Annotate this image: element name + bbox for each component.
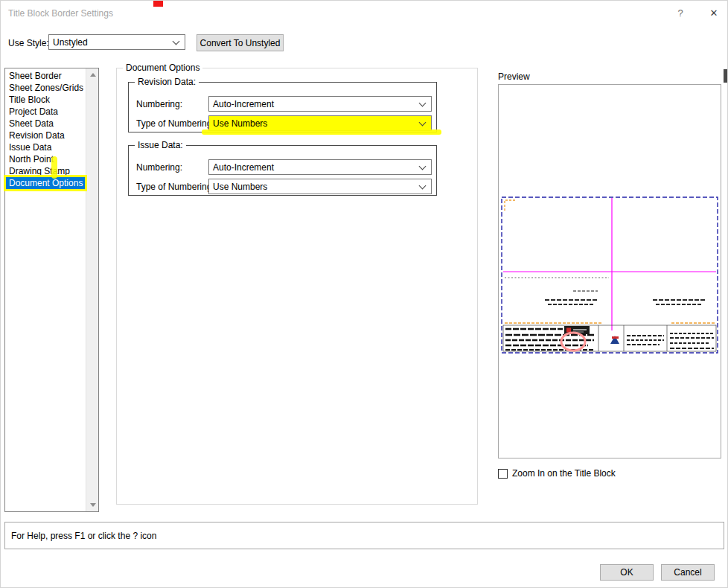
ok-button[interactable]: OK [600,564,654,581]
convert-to-unstyled-button[interactable]: Convert To Unstyled [197,34,284,51]
sidebar-item-revision-data[interactable]: Revision Data [6,130,85,141]
title-block-border-settings-dialog: Title Block Border Settings ? ✕ Use Styl… [0,0,728,588]
issue-numbering-value: Auto-Increment [213,162,274,173]
issue-data-group-title: Issue Data: [135,140,186,150]
revision-data-group-title: Revision Data: [135,77,199,87]
sidebar-item-title-block[interactable]: Title Block [6,94,85,106]
triangle-down-icon [90,503,96,507]
sidebar-item-project-data[interactable]: Project Data [6,106,85,118]
window-edge-artifact [724,69,728,83]
sidebar-item-drawing-stamp[interactable]: Drawing Stamp [6,165,85,177]
zoom-checkbox-label: Zoom In on the Title Block [512,468,616,479]
issue-type-value: Use Numbers [213,182,267,192]
chevron-down-icon [420,121,426,127]
sidebar-item-north-point[interactable]: North Point [6,153,85,165]
sheet-border-rect [502,197,718,353]
preview-panel [498,84,721,458]
chevron-down-icon [420,164,426,170]
chevron-down-icon [420,101,426,107]
issue-data-group: Issue Data: Numbering: Auto-Increment Ty… [128,145,437,196]
sidebar-item-document-options[interactable]: Document Options [6,177,85,189]
yellow-marker-stroke [51,156,57,179]
triangle-up-icon [90,73,96,77]
settings-category-list: Sheet Border Sheet Zones/Grids Title Blo… [4,68,99,512]
issue-type-label: Type of Numbering: [136,182,214,192]
scroll-up-button[interactable] [86,68,99,81]
zoom-title-block-checkbox[interactable] [498,469,508,479]
sidebar-item-sheet-border[interactable]: Sheet Border [6,70,85,82]
help-bar-text: For Help, press F1 or click the ? icon [11,531,156,541]
issue-numbering-select[interactable]: Auto-Increment [208,159,432,175]
revision-type-label: Type of Numbering: [136,118,214,129]
use-style-label: Use Style: [8,38,49,48]
close-icon[interactable]: ✕ [699,1,728,25]
cancel-button[interactable]: Cancel [661,564,715,581]
sidebar-item-sheet-zones-grids[interactable]: Sheet Zones/Grids [6,82,85,94]
sidebar-item-sheet-data[interactable]: Sheet Data [6,118,85,130]
zoom-checkbox-row: Zoom In on the Title Block [498,468,616,479]
window-title: Title Block Border Settings [8,8,113,19]
revision-numbering-label: Numbering: [136,99,182,109]
document-options-group: Document Options Revision Data: Numberin… [116,68,478,505]
revision-numbering-select[interactable]: Auto-Increment [208,96,432,112]
revision-data-group: Revision Data: Numbering: Auto-Increment… [128,82,437,132]
document-options-group-title: Document Options [123,63,202,73]
revision-type-select[interactable]: Use Numbers [208,115,432,131]
revision-type-value: Use Numbers [213,118,267,129]
title-bar: Title Block Border Settings ? ✕ [1,1,728,25]
chevron-down-icon [420,184,426,190]
help-icon[interactable]: ? [665,1,695,25]
preview-drawing [499,85,721,458]
preview-label: Preview [498,71,530,82]
chevron-down-icon [173,39,179,45]
issue-type-select[interactable]: Use Numbers [208,179,432,194]
issue-numbering-label: Numbering: [136,162,182,173]
red-artifact [153,1,163,7]
list-scrollbar[interactable] [86,68,98,511]
scroll-down-button[interactable] [86,499,99,511]
use-style-select[interactable]: Unstyled [48,34,185,50]
revision-numbering-value: Auto-Increment [213,99,274,109]
sidebar-item-issue-data[interactable]: Issue Data [6,141,85,153]
use-style-value: Unstyled [53,37,88,48]
yellow-marker-underline [202,130,441,135]
list-items: Sheet Border Sheet Zones/Grids Title Blo… [6,70,85,189]
help-bar: For Help, press F1 or click the ? icon [4,522,724,549]
